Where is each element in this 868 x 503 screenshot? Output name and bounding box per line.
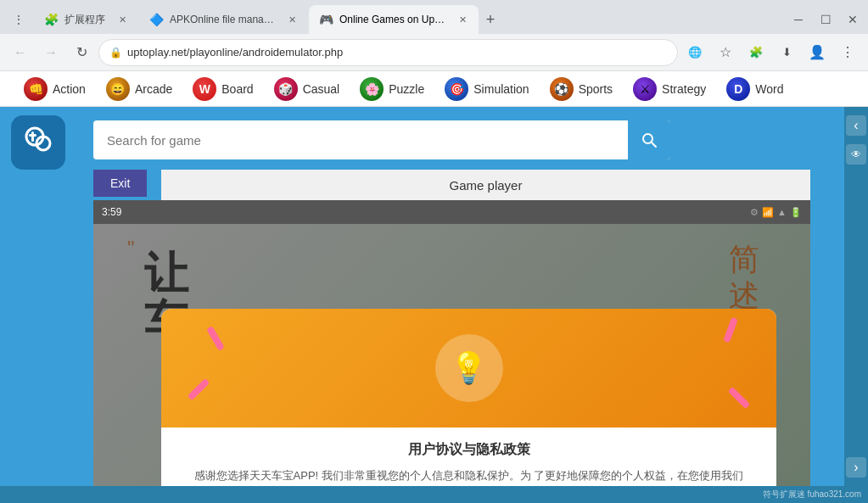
dialog-text: 感谢您选择天天车宝APP! 我们非常重视您的个人信息和隐私保护。为 了更好地保障… <box>178 467 759 485</box>
bottom-bar: 符号扩展迷 fuhao321.com <box>0 486 868 503</box>
tab-favicon-extensions: 🧩 <box>44 13 58 26</box>
tab-apkonline[interactable]: 🔷 APKOnline file manager ✕ <box>139 5 309 34</box>
nav-icon-puzzle: 🌸 <box>360 77 384 101</box>
nav-icon-word: D <box>726 77 750 101</box>
browser-frame: ⋮ 🧩 扩展程序 ✕ 🔷 APKOnline file manager ✕ 🎮 … <box>0 0 868 503</box>
watermark-text: 符号扩展迷 fuhao321.com <box>763 489 861 500</box>
dialog-circle: 💡 <box>435 334 503 402</box>
nav-item-sports[interactable]: ⚽ Sports <box>543 74 619 104</box>
profile-icon[interactable]: 👤 <box>804 39 831 66</box>
left-sidebar <box>0 107 76 486</box>
tab-favicon-uptoplay: 🎮 <box>319 13 333 26</box>
signal-icon: 📶 <box>762 207 774 218</box>
nav-label-simulation: Simulation <box>473 82 529 96</box>
exit-button[interactable]: Exit <box>93 170 147 197</box>
nav-item-simulation[interactable]: 🎯 Simulation <box>438 74 535 104</box>
bookmark-icon[interactable]: ☆ <box>712 39 739 66</box>
tab-more-icon[interactable]: ⋮ <box>13 13 25 26</box>
nav-label-casual: Casual <box>303 82 340 96</box>
game-background: " 让车 简述 " <box>93 224 810 486</box>
search-box <box>93 120 670 159</box>
tab-bar-left: ⋮ <box>3 8 34 31</box>
new-tab-button[interactable]: + <box>479 8 502 31</box>
lock-icon: 🔒 <box>109 47 122 59</box>
search-input[interactable] <box>93 123 628 158</box>
nav-label-sports: Sports <box>579 82 613 96</box>
nav-item-casual[interactable]: 🎲 Casual <box>267 74 347 104</box>
nav-item-word[interactable]: D Word <box>720 74 790 104</box>
tab-extensions[interactable]: 🧩 扩展程序 ✕ <box>34 5 139 34</box>
eye-button[interactable]: 👁 <box>846 144 866 165</box>
game-container: Exit Game player 3:59 ⚙ 📶 ▲ 🔋 <box>93 170 827 486</box>
dialog-top: 💡 <box>161 309 776 428</box>
tab-title-apkonline: APKOnline file manager <box>170 14 275 25</box>
right-panel: ‹ 👁 › <box>844 107 868 486</box>
game-screen[interactable]: 3:59 ⚙ 📶 ▲ 🔋 " 让车 简述 " <box>93 200 810 486</box>
nav-label-arcade: Arcade <box>135 82 172 96</box>
status-icons: ⚙ 📶 ▲ 🔋 <box>750 207 802 218</box>
nav-icon-action: 👊 <box>24 77 48 101</box>
forward-button[interactable]: → <box>37 39 64 66</box>
nav-label-strategy: Strategy <box>662 82 706 96</box>
window-close-button[interactable]: ✕ <box>841 8 865 31</box>
logo-button[interactable] <box>11 115 65 170</box>
back-button[interactable]: ← <box>7 39 34 66</box>
nav-label-word: Word <box>755 82 783 96</box>
tab-close-apkonline[interactable]: ✕ <box>285 13 299 26</box>
scroll-down-button[interactable]: › <box>846 457 866 478</box>
extensions-icon[interactable]: 🧩 <box>742 39 770 66</box>
nav-icon-sports: ⚽ <box>550 77 574 101</box>
nav-icon-casual: 🎲 <box>274 77 298 101</box>
translate-icon[interactable]: 🌐 <box>681 39 708 66</box>
dialog-overlay: 💡 用户协议与隐私政策 感谢您选择天天车宝APP! 我们非常重视您的个人信息和隐… <box>161 309 776 486</box>
phone-status-bar: 3:59 ⚙ 📶 ▲ 🔋 <box>93 200 810 224</box>
nav-item-arcade[interactable]: 😄 Arcade <box>99 74 179 104</box>
nav-icon-simulation: 🎯 <box>445 77 468 101</box>
toolbar: ← → ↻ 🔒 uptoplay.net/playonline/androide… <box>0 34 868 71</box>
minimize-button[interactable]: ─ <box>787 8 810 31</box>
pink-accent-3 <box>188 378 210 401</box>
page-content: Exit Game player 3:59 ⚙ 📶 ▲ 🔋 <box>0 107 868 486</box>
nav-item-puzzle[interactable]: 🌸 Puzzle <box>353 74 431 104</box>
download-icon[interactable]: ⬇ <box>773 39 800 66</box>
dialog-title: 用户协议与隐私政策 <box>178 441 759 459</box>
battery-icon: 🔋 <box>790 207 802 218</box>
status-time: 3:59 <box>102 206 121 218</box>
tab-title-extensions: 扩展程序 <box>64 13 105 27</box>
svg-rect-3 <box>29 134 36 137</box>
search-area <box>76 107 844 170</box>
tab-title-uptoplay: Online Games on UptoPlay - <box>339 14 447 25</box>
search-button[interactable] <box>628 120 670 159</box>
menu-icon[interactable]: ⋮ <box>834 39 861 66</box>
pink-accent-4 <box>728 387 751 410</box>
main-area: Exit Game player 3:59 ⚙ 📶 ▲ 🔋 <box>76 107 844 486</box>
maximize-button[interactable]: ☐ <box>814 8 837 31</box>
lightbulb-icon: 💡 <box>450 350 488 386</box>
nav-icon-arcade: 😄 <box>106 77 130 101</box>
tab-uptoplay[interactable]: 🎮 Online Games on UptoPlay - ✕ <box>309 5 479 34</box>
nav-item-action[interactable]: 👊 Action <box>17 74 92 104</box>
nav-item-strategy[interactable]: ⚔ Strategy <box>626 74 713 104</box>
nav-label-action: Action <box>53 82 86 96</box>
nav-item-board[interactable]: W Board <box>186 74 260 104</box>
tab-close-extensions[interactable]: ✕ <box>115 13 129 26</box>
nav-label-board: Board <box>221 82 253 96</box>
chinese-text-side: 简述 <box>729 241 759 314</box>
settings-icon: ⚙ <box>750 207 759 218</box>
quote-left: " <box>127 237 135 260</box>
tab-favicon-apkonline: 🔷 <box>149 13 163 26</box>
scroll-up-button[interactable]: ‹ <box>846 115 866 136</box>
reload-button[interactable]: ↻ <box>68 39 95 66</box>
game-player-header: Game player <box>161 170 810 200</box>
pink-accent-1 <box>206 326 225 351</box>
game-player-title: Game player <box>450 178 523 193</box>
address-text: uptoplay.net/playonline/androidemulator.… <box>127 46 667 59</box>
tab-bar: ⋮ 🧩 扩展程序 ✕ 🔷 APKOnline file manager ✕ 🎮 … <box>0 0 868 34</box>
nav-icon-board: W <box>193 77 216 101</box>
toolbar-right: 🌐 ☆ 🧩 ⬇ 👤 ⋮ <box>681 39 861 66</box>
search-icon <box>641 131 658 148</box>
address-bar[interactable]: 🔒 uptoplay.net/playonline/androidemulato… <box>98 39 678 66</box>
wifi-icon: ▲ <box>777 207 787 217</box>
nav-bar: 👊 Action 😄 Arcade W Board 🎲 Casual 🌸 Puz… <box>0 71 868 107</box>
tab-close-uptoplay[interactable]: ✕ <box>457 13 468 26</box>
